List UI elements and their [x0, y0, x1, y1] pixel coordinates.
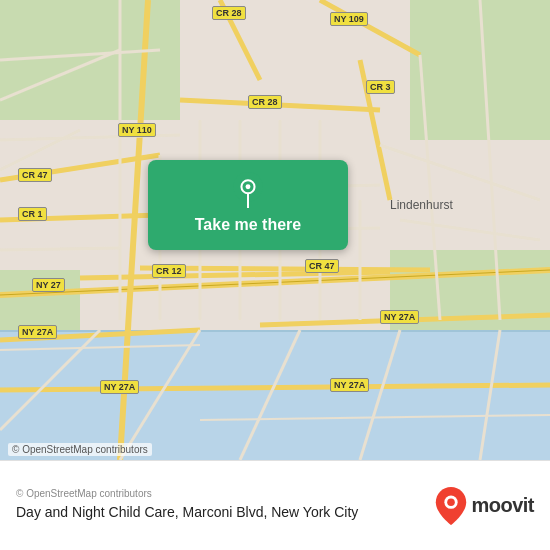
svg-line-34: [240, 330, 300, 460]
svg-line-31: [0, 130, 80, 170]
moovit-logo: moovit: [435, 487, 534, 525]
info-bar: © OpenStreetMap contributors Day and Nig…: [0, 460, 550, 550]
svg-line-29: [400, 220, 540, 240]
map-container: CR 28 NY 109 CR 47 NY 110 CR 28 CR 3 CR …: [0, 0, 550, 460]
road-label-cr47-left: CR 47: [18, 168, 52, 182]
moovit-brand-text: moovit: [471, 494, 534, 517]
place-label-lindenhurst: Lindenhurst: [390, 198, 453, 212]
road-label-cr1: CR 1: [18, 207, 47, 221]
road-label-ny27a-right: NY 27A: [380, 310, 419, 324]
road-label-cr47-bot: CR 47: [305, 259, 339, 273]
svg-line-33: [120, 330, 200, 460]
road-label-ny27: NY 27: [32, 278, 65, 292]
svg-line-10: [320, 0, 420, 55]
take-me-there-button[interactable]: Take me there: [148, 160, 348, 250]
copyright-text: © OpenStreetMap contributors: [16, 488, 419, 499]
road-label-cr3: CR 3: [366, 80, 395, 94]
road-label-ny27a-left: NY 27A: [18, 325, 57, 339]
location-pin-icon: [230, 172, 266, 208]
svg-line-28: [380, 145, 540, 200]
road-label-cr12: CR 12: [152, 264, 186, 278]
take-me-there-label: Take me there: [195, 216, 301, 234]
svg-line-25: [0, 248, 120, 250]
road-label-cr28-top: CR 28: [212, 6, 246, 20]
road-label-cr28-mid: CR 28: [248, 95, 282, 109]
svg-point-43: [448, 498, 456, 506]
svg-line-37: [0, 345, 200, 350]
map-attribution: © OpenStreetMap contributors: [8, 443, 152, 456]
svg-line-22: [420, 55, 440, 320]
location-name: Day and Night Child Care, Marconi Blvd, …: [16, 503, 419, 523]
svg-line-36: [480, 330, 500, 460]
svg-line-35: [360, 330, 400, 460]
svg-line-14: [0, 50, 160, 60]
svg-point-41: [246, 184, 251, 189]
info-left: © OpenStreetMap contributors Day and Nig…: [16, 488, 419, 523]
road-label-ny109: NY 109: [330, 12, 368, 26]
moovit-pin-icon: [435, 487, 467, 525]
road-label-ny27a-bot-right: NY 27A: [330, 378, 369, 392]
svg-line-32: [0, 330, 100, 430]
road-label-ny27a-bot-left: NY 27A: [100, 380, 139, 394]
road-label-ny110: NY 110: [118, 123, 156, 137]
